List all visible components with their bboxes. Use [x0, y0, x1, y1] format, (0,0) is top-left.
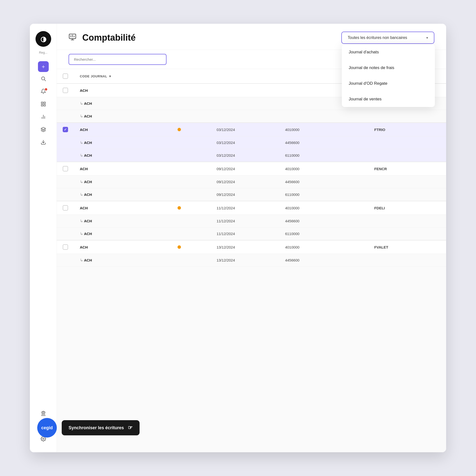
table-row: ↳ACH 09/12/2024 4456600	[57, 176, 446, 188]
svg-point-21	[43, 438, 44, 440]
svg-rect-4	[41, 104, 43, 106]
notification-badge	[44, 88, 48, 91]
row-checkbox[interactable]	[63, 166, 68, 171]
dropdown-item-od-regate[interactable]: Journal d'OD Regate	[342, 76, 435, 91]
sub-row-icon: ↳	[80, 219, 83, 223]
sub-row-icon: ↳	[80, 140, 83, 145]
sync-tooltip: Synchroniser les écritures ☞	[62, 420, 139, 435]
date-cell: 11/12/2024	[217, 219, 273, 223]
account-cell: 4010000	[285, 245, 299, 249]
add-icon: ＋	[41, 63, 46, 70]
cursor-icon: ☞	[128, 425, 133, 431]
code-journal-label: CODE JOURNAL	[80, 74, 107, 78]
sidebar-icon-chart[interactable]	[38, 112, 49, 123]
account-cell: 6110000	[285, 153, 299, 157]
account-cell: 6110000	[285, 232, 299, 236]
status-dot-cell	[178, 245, 205, 249]
auxiliare-value: FTRIO	[374, 128, 385, 132]
dropdown-item-notes[interactable]: Journal de notes de frais	[342, 60, 435, 76]
account-cell: 4456600	[285, 219, 299, 223]
dropdown-item-ventes[interactable]: Journal de ventes	[342, 91, 435, 107]
grid-icon	[41, 101, 46, 108]
bar-chart-icon	[41, 114, 46, 121]
journal-code: ACH	[80, 206, 88, 210]
download-icon	[41, 139, 46, 146]
main-window: ◑ Reg... ＋	[30, 24, 446, 452]
date-cell: 03/12/2024	[217, 128, 273, 132]
main-content: Comptabilité Toutes les écritures non ba…	[57, 24, 446, 452]
status-dot-cell	[178, 206, 205, 210]
status-cell	[172, 84, 211, 97]
sidebar-icon-search[interactable]	[38, 74, 49, 85]
account-cell: 4010000	[285, 206, 299, 210]
sub-row-icon: ↳	[80, 101, 83, 105]
svg-rect-3	[44, 102, 45, 103]
table-row: ACH 13/12/2024 4010000 FVALET	[57, 240, 446, 254]
sidebar-icon-add[interactable]: ＋	[38, 61, 49, 72]
status-dot-cell	[178, 128, 205, 131]
auxiliare-value: FVALET	[374, 245, 388, 249]
page-title: Comptabilité	[82, 33, 136, 43]
date-cell: 13/12/2024	[217, 245, 273, 249]
auxiliare-value: FENCR	[374, 167, 387, 171]
th-code-journal[interactable]: CODE JOURNAL ▾	[74, 69, 172, 84]
svg-rect-5	[44, 104, 45, 106]
svg-marker-9	[41, 127, 45, 130]
row-checkbox[interactable]	[63, 88, 68, 93]
journal-code: ACH	[80, 88, 88, 93]
dropdown-selected-label: Toutes les écritures non bancaires	[348, 35, 423, 40]
cegid-label: cegid	[41, 425, 53, 430]
dropdown-item-achats[interactable]: Journal d'achats	[342, 44, 435, 60]
sidebar-icon-layers[interactable]	[38, 125, 49, 136]
auxiliare-value: FDELI	[374, 206, 385, 210]
account-cell: 6110000	[285, 192, 299, 197]
table-row: ACH 11/12/2024 4010000 FDELI	[57, 201, 446, 215]
th-checkbox	[57, 69, 74, 84]
journal-code: ACH	[80, 128, 88, 132]
sub-row-icon: ↳	[80, 153, 83, 157]
bank-icon	[41, 411, 46, 417]
cegid-logo: cegid	[37, 418, 57, 438]
sidebar-icon-download[interactable]	[38, 138, 49, 148]
sidebar-icon-grid[interactable]	[38, 99, 49, 110]
journal-filter-dropdown[interactable]: Toutes les écritures non bancaires ▾ Jou…	[341, 32, 434, 44]
date-cell	[211, 84, 279, 97]
sidebar-icon-notifications[interactable]	[38, 87, 49, 98]
th-status	[172, 69, 211, 84]
search-input[interactable]	[68, 54, 167, 65]
account-cell: 4456600	[285, 258, 299, 262]
sort-arrow-icon: ▾	[109, 74, 111, 78]
table-row: ↳ACH 13/12/2024 4456600	[57, 254, 446, 267]
sub-row-icon: ↳	[80, 258, 83, 262]
svg-line-1	[44, 80, 46, 81]
sub-row-icon: ↳	[80, 180, 83, 184]
comptabilite-icon	[68, 33, 76, 43]
reg-label: Reg...	[39, 51, 48, 54]
journal-code: ACH	[80, 245, 88, 249]
date-cell: 03/12/2024	[217, 153, 273, 157]
bottom-overlay: cegid Synchroniser les écritures ☞	[37, 418, 139, 438]
status-dot	[178, 128, 181, 131]
search-icon	[41, 76, 46, 83]
date-cell: 09/12/2024	[217, 180, 273, 184]
row-checkbox[interactable]	[63, 244, 68, 250]
date-cell: 09/12/2024	[217, 192, 273, 197]
select-all-checkbox[interactable]	[63, 73, 68, 79]
sub-row-icon: ↳	[80, 232, 83, 236]
date-cell: 13/12/2024	[217, 258, 273, 262]
table-row: ↳ACH 03/12/2024 6110000	[57, 149, 446, 162]
logo-symbol: ◑	[40, 35, 46, 43]
row-checkbox[interactable]	[63, 205, 68, 211]
row-checkbox[interactable]	[63, 127, 68, 132]
table-row: ↳ACH 09/12/2024 6110000	[57, 188, 446, 201]
journal-dropdown-menu: Journal d'achats Journal de notes de fra…	[342, 44, 435, 107]
account-cell: 4010000	[285, 167, 299, 171]
date-cell: 03/12/2024	[217, 140, 273, 145]
svg-rect-2	[41, 102, 43, 103]
layers-icon	[41, 127, 46, 134]
chevron-down-icon: ▾	[426, 36, 428, 40]
app-logo: ◑	[35, 31, 51, 47]
table-row: ↳ACH 11/12/2024 6110000	[57, 227, 446, 240]
sync-label: Synchroniser les écritures	[68, 425, 124, 430]
account-cell: 4010000	[285, 128, 299, 132]
